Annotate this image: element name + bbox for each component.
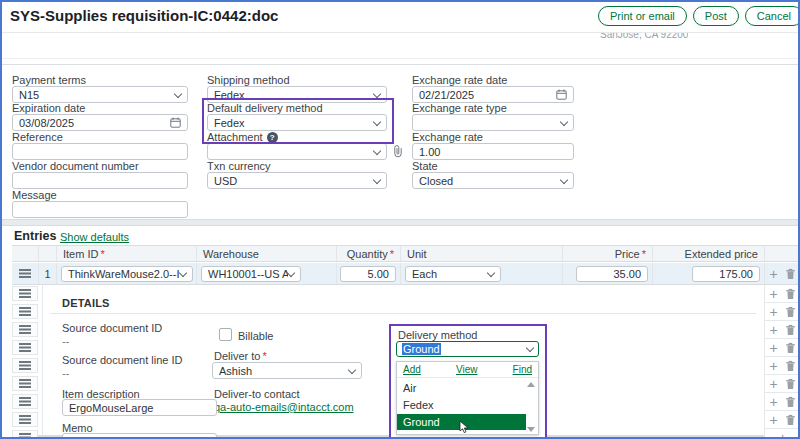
show-defaults-link[interactable]: Show defaults xyxy=(60,231,129,243)
drag-handle-icon xyxy=(19,343,31,352)
calendar-icon[interactable] xyxy=(170,117,181,128)
trash-icon[interactable] xyxy=(785,414,796,426)
calendar-icon[interactable] xyxy=(556,89,567,100)
payment-terms-label: Payment terms xyxy=(12,74,86,86)
drag-handle-icon xyxy=(19,289,31,298)
drag-handle[interactable] xyxy=(12,322,38,337)
expiration-date-label: Expiration date xyxy=(12,102,85,114)
add-link[interactable]: Add xyxy=(403,364,421,375)
item-id-select[interactable]: ThinkWareMouse2.0--I xyxy=(61,266,193,282)
trash-icon[interactable] xyxy=(785,268,796,280)
cancel-button[interactable]: Cancel xyxy=(745,6,800,26)
billable-label: Billable xyxy=(238,330,273,342)
plus-icon[interactable] xyxy=(769,305,777,319)
cursor-icon xyxy=(459,420,469,434)
drag-handle[interactable] xyxy=(12,304,38,319)
entries-table-header: Item ID* Warehouse Quantity* Unit Price*… xyxy=(12,245,800,262)
trash-icon[interactable] xyxy=(785,396,796,408)
txn-currency-select[interactable]: USD xyxy=(207,172,387,189)
plus-icon[interactable] xyxy=(769,267,777,281)
chevron-down-icon xyxy=(373,117,381,125)
memo-input[interactable] xyxy=(62,433,217,439)
plus-icon[interactable] xyxy=(769,413,777,427)
drag-handle[interactable] xyxy=(12,340,38,355)
post-button[interactable]: Post xyxy=(693,6,739,26)
row-extended-price-cell: 175.00 xyxy=(652,263,764,284)
row-warehouse-cell: WH10001--US AZ Wa xyxy=(196,263,336,284)
dropdown-links-row: Add View Find xyxy=(397,362,538,378)
reference-input[interactable] xyxy=(12,143,188,160)
row-unit-cell: Each xyxy=(400,263,562,284)
payment-terms-select[interactable]: N15 xyxy=(12,86,188,103)
warehouse-select[interactable]: WH10001--US AZ Wa xyxy=(201,266,301,282)
deliver-to-label: Deliver to* xyxy=(214,350,267,362)
state-select[interactable]: Closed xyxy=(412,172,574,189)
trash-icon[interactable] xyxy=(785,360,796,372)
billable-checkbox[interactable] xyxy=(219,328,232,341)
row-price-cell: 35.00 xyxy=(562,263,652,284)
exchange-rate-type-select[interactable] xyxy=(412,114,574,131)
scroll-up-icon[interactable] xyxy=(527,382,535,387)
row-actions xyxy=(764,357,800,375)
attachment-label: Attachment xyxy=(207,131,278,143)
price-input[interactable]: 35.00 xyxy=(576,266,648,282)
scroll-down-icon[interactable] xyxy=(527,427,535,432)
plus-icon[interactable] xyxy=(769,395,777,409)
source-doc-id-label: Source document ID xyxy=(62,322,162,334)
trash-icon[interactable] xyxy=(785,324,796,336)
source-doc-id-value: -- xyxy=(62,335,69,347)
plus-icon[interactable] xyxy=(769,341,777,355)
drag-handle[interactable] xyxy=(12,430,38,439)
row-drag-handle[interactable] xyxy=(12,263,38,284)
print-or-email-button[interactable]: Print or email xyxy=(598,6,687,26)
drag-handle[interactable] xyxy=(12,412,38,427)
plus-icon[interactable] xyxy=(769,323,777,337)
option-air[interactable]: Air xyxy=(403,382,416,394)
plus-icon[interactable] xyxy=(769,287,777,301)
page-title: SYS-Supplies requisition-IC:0442:doc xyxy=(10,7,278,24)
trash-icon[interactable] xyxy=(785,306,796,318)
details-left-border xyxy=(42,285,43,435)
message-input[interactable] xyxy=(12,201,188,218)
divider xyxy=(2,58,798,59)
plus-icon[interactable] xyxy=(778,431,786,439)
unit-select[interactable]: Each xyxy=(405,266,501,282)
view-link[interactable]: View xyxy=(456,364,478,375)
drag-handle[interactable] xyxy=(12,394,38,409)
row-actions xyxy=(764,375,800,393)
vendor-doc-number-input[interactable] xyxy=(12,172,188,189)
reference-label: Reference xyxy=(12,131,63,143)
expiration-date-field[interactable]: 03/08/2025 xyxy=(12,114,188,131)
plus-icon[interactable] xyxy=(769,377,777,391)
deliver-to-contact-link[interactable]: qa-auto-emails@intacct.com xyxy=(214,401,354,413)
chevron-down-icon xyxy=(487,268,495,276)
exchange-rate-input[interactable]: 1.00 xyxy=(412,143,574,160)
chevron-down-icon xyxy=(560,175,568,183)
drag-handle[interactable] xyxy=(12,286,38,301)
option-fedex[interactable]: Fedex xyxy=(403,399,434,411)
paperclip-icon[interactable] xyxy=(393,145,403,158)
exchange-rate-date-field[interactable]: 02/21/2025 xyxy=(412,86,574,103)
deliver-to-select[interactable]: Ashish xyxy=(212,362,362,379)
trash-icon[interactable] xyxy=(785,288,796,300)
row-actions-cell xyxy=(764,263,800,284)
drag-handle[interactable] xyxy=(12,376,38,391)
help-icon[interactable] xyxy=(267,132,278,143)
quantity-input[interactable]: 5.00 xyxy=(340,266,396,282)
header-actions-col xyxy=(764,246,800,261)
shipping-method-select[interactable]: Fedex xyxy=(207,86,387,103)
extended-price-input[interactable]: 175.00 xyxy=(692,266,760,282)
trash-icon[interactable] xyxy=(785,342,796,354)
row-number: 1 xyxy=(38,263,56,284)
header-item-id: Item ID* xyxy=(56,246,196,261)
attachment-select[interactable] xyxy=(207,143,387,160)
delivery-method-combobox[interactable]: Ground xyxy=(396,341,539,357)
combobox-selected-text: Ground xyxy=(402,343,441,355)
item-description-input[interactable]: ErgoMouseLarge xyxy=(62,399,217,416)
drag-handle[interactable] xyxy=(12,358,38,373)
plus-icon[interactable] xyxy=(769,359,777,373)
find-link[interactable]: Find xyxy=(513,364,532,375)
trash-icon[interactable] xyxy=(785,378,796,390)
default-delivery-method-select[interactable]: Fedex xyxy=(207,114,387,131)
message-label: Message xyxy=(12,189,57,201)
